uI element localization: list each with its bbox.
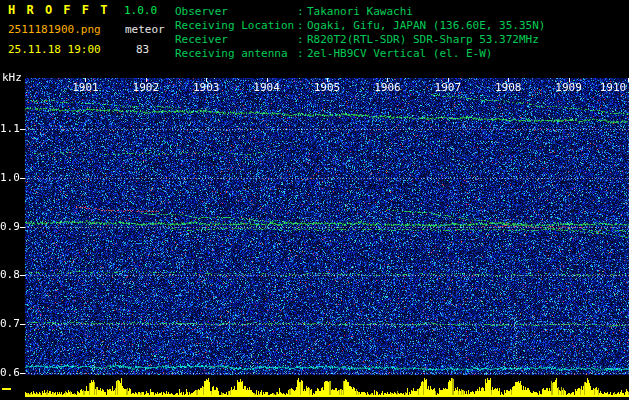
app-title: H R O F F T (8, 3, 109, 17)
time-label-1904: 1904 (253, 81, 281, 94)
title-row: H R O F F T 1.0.0 (8, 3, 174, 23)
output-filename: 2511181900.png (8, 23, 101, 36)
info-colon: : (297, 47, 307, 61)
info-value: Ogaki, Gifu, JAPAN (136.60E, 35.35N) (307, 19, 545, 33)
info-value: R820T2(RTL-SDR) SDR-Sharp 53.372MHz (307, 33, 545, 47)
info-colon: : (297, 33, 307, 47)
info-label: Receiver (175, 33, 297, 47)
time-label-1901: 1901 (71, 81, 99, 94)
time-label-1903: 1903 (192, 81, 220, 94)
info-row-antenna: Receiving antenna : 2el-HB9CV Vertical (… (175, 47, 545, 61)
date-row: 25.11.18 19:00 83 (8, 43, 174, 63)
info-value: 2el-HB9CV Vertical (el. E-W) (307, 47, 545, 61)
station-info: Observer : Takanori Kawachi Receiving Lo… (175, 5, 545, 61)
header-left: H R O F F T 1.0.0 2511181900.png meteor … (8, 3, 174, 63)
hrofft-app: H R O F F T 1.0.0 2511181900.png meteor … (0, 0, 629, 400)
observation-datetime: 25.11.18 19:00 (8, 43, 101, 56)
time-label-1906: 1906 (373, 81, 401, 94)
info-row-receiver: Receiver : R820T2(RTL-SDR) SDR-Sharp 53.… (175, 33, 545, 47)
app-version: 1.0.0 (124, 4, 157, 17)
freq-label-0.6: 0.6 (0, 367, 19, 379)
time-label-1909: 1909 (555, 81, 583, 94)
info-label: Receiving Location (175, 19, 297, 33)
freq-label-0.7: 0.7 (0, 318, 19, 330)
freq-label-0.9: 0.9 (0, 221, 19, 233)
time-label-1908: 1908 (494, 81, 522, 94)
freq-label-1.0: 1.0 (0, 172, 19, 184)
echo-count: 83 (136, 43, 149, 56)
info-label: Observer (175, 5, 297, 19)
info-value: Takanori Kawachi (307, 5, 545, 19)
file-row: 2511181900.png meteor (8, 23, 174, 43)
mode-label: meteor (125, 23, 165, 36)
spectrogram-panel: kHz 190119021903190419051906190719081909… (0, 75, 629, 400)
time-label-1902: 1902 (132, 81, 160, 94)
info-label: Receiving antenna (175, 47, 297, 61)
time-label-1907: 1907 (434, 81, 462, 94)
info-colon: : (297, 19, 307, 33)
info-colon: : (297, 5, 307, 19)
time-label-1910: 1910 (599, 81, 627, 94)
time-label-1905: 1905 (313, 81, 341, 94)
header: H R O F F T 1.0.0 2511181900.png meteor … (0, 0, 629, 75)
info-row-location: Receiving Location : Ogaki, Gifu, JAPAN … (175, 19, 545, 33)
freq-unit-label: kHz (2, 71, 22, 84)
info-row-observer: Observer : Takanori Kawachi (175, 5, 545, 19)
freq-label-1.1: 1.1 (0, 123, 19, 135)
freq-label-0.8: 0.8 (0, 269, 19, 281)
spectrogram-canvas (0, 75, 629, 400)
